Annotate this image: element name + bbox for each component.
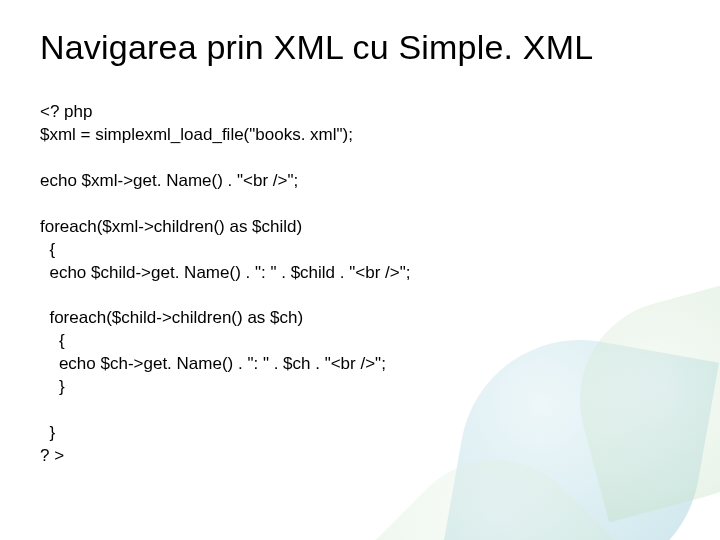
code-line: $xml = simplexml_load_file("books. xml")… [40,125,353,144]
code-line: } [40,377,65,396]
code-line: echo $ch->get. Name() . ": " . $ch . "<b… [40,354,386,373]
code-line: echo $child->get. Name() . ": " . $child… [40,263,410,282]
code-line: } [40,423,55,442]
code-line: echo $xml->get. Name() . "<br />"; [40,171,298,190]
slide-content: Navigarea prin XML cu Simple. XML <? php… [0,0,720,468]
code-block: <? php $xml = simplexml_load_file("books… [40,101,680,468]
slide-title: Navigarea prin XML cu Simple. XML [40,28,680,67]
code-line: foreach($child->children() as $ch) [40,308,303,327]
code-line: <? php [40,102,92,121]
code-line: { [40,331,65,350]
code-line: { [40,240,55,259]
code-line: ? > [40,446,64,465]
code-line: foreach($xml->children() as $child) [40,217,302,236]
